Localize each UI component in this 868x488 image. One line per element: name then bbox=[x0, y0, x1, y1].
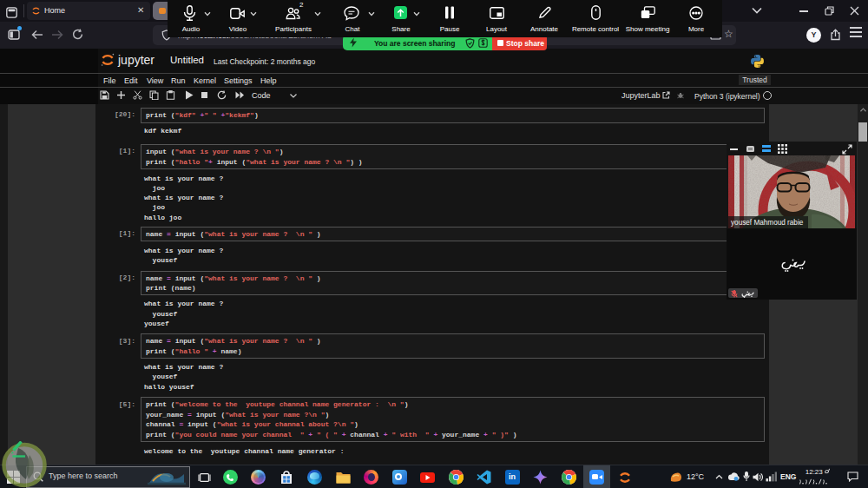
svg-text:yousef Mahmoud rabie: yousef Mahmoud rabie bbox=[731, 219, 804, 227]
